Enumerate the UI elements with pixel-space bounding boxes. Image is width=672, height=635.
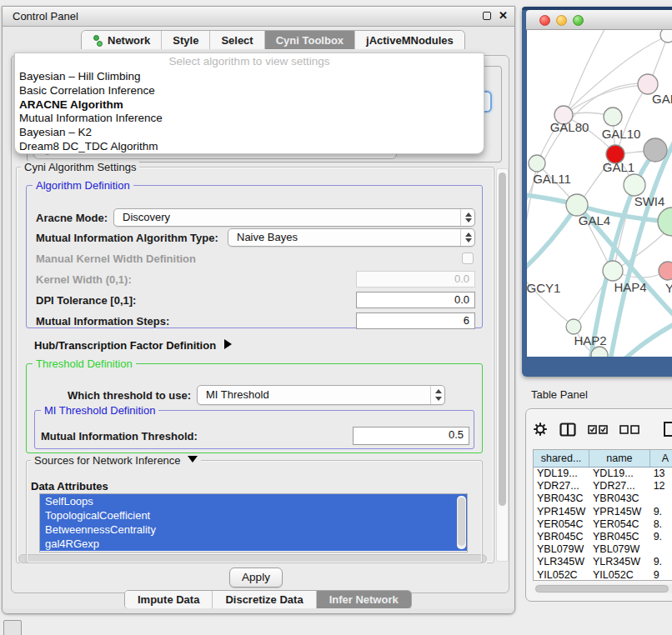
- dropdown-item-mutual-information-inference[interactable]: Mutual Information Inference: [15, 112, 484, 126]
- bottom-tab-infer-network[interactable]: Infer Network: [317, 591, 411, 608]
- node-hap4[interactable]: [603, 261, 623, 281]
- stepper-arrows-icon: [460, 229, 474, 246]
- attribute-item-topologicalcoefficient[interactable]: TopologicalCoefficient: [40, 508, 467, 522]
- window-bottom-edge: [3, 608, 514, 613]
- table-row[interactable]: YIL052CYIL052C9: [534, 569, 672, 582]
- network-edge-thick[interactable]: [624, 318, 672, 357]
- aracne-mode-label: Aracne Mode:: [36, 212, 108, 224]
- table-row[interactable]: YDL19...YDL19...13: [534, 468, 672, 480]
- table-cell: YDL19...: [589, 468, 650, 480]
- scrollbar-thumb[interactable]: [535, 585, 669, 592]
- table-row[interactable]: YBR043CYBR043C: [534, 492, 672, 505]
- node-swi4[interactable]: [624, 174, 645, 196]
- bottom-tab-discretize-data[interactable]: Discretize Data: [213, 591, 316, 608]
- table-toolbar: [533, 418, 672, 441]
- table-cell: [650, 543, 672, 556]
- list-scrollbar[interactable]: [457, 496, 466, 549]
- table-header-cell-name[interactable]: name: [589, 450, 650, 467]
- attribute-item-selfloops[interactable]: SelfLoops: [40, 494, 467, 508]
- dropdown-item-bayesian-hill-climbing[interactable]: Bayesian – Hill Climbing: [15, 70, 484, 84]
- table-cell: YDR27...: [589, 480, 650, 492]
- tab-label: Network: [108, 34, 150, 47]
- tab-select[interactable]: Select: [210, 31, 264, 49]
- table-cell: YIL052C: [534, 569, 589, 582]
- table-cell: 13: [650, 468, 672, 480]
- table-cell: YBR045C: [534, 531, 589, 543]
- table-cell: 9: [650, 569, 672, 582]
- table-row[interactable]: YPR145WYPR145W9.: [534, 506, 672, 518]
- table-cell: YDR27...: [534, 480, 589, 492]
- float-window-icon[interactable]: [483, 12, 491, 20]
- hub-definition-expander[interactable]: Hub/Transcription Factor Definition: [34, 339, 232, 352]
- mi-type-combobox[interactable]: Naive Bayes: [228, 228, 475, 247]
- mi-steps-label: Mutual Information Steps:: [36, 315, 169, 328]
- tab-bar: NetworkStyleSelectCyni ToolboxjActiveMNo…: [81, 30, 465, 49]
- table-header-cell-shared[interactable]: shared...: [534, 450, 589, 467]
- new-table-icon[interactable]: [663, 421, 672, 438]
- aracne-mode-combobox[interactable]: Discovery: [113, 208, 475, 227]
- scrollbar-thumb[interactable]: [499, 172, 506, 506]
- close-icon[interactable]: ✕: [499, 9, 508, 22]
- bottom-tab-impute-data[interactable]: Impute Data: [125, 591, 213, 608]
- select-all-icon[interactable]: [588, 425, 608, 434]
- node-gray[interactable]: [644, 138, 667, 162]
- node-big-green[interactable]: [658, 208, 672, 236]
- which-threshold-combobox[interactable]: MI Threshold: [197, 385, 445, 405]
- node-gal10[interactable]: [604, 108, 622, 126]
- columns-icon[interactable]: [559, 422, 576, 437]
- tab-jactivemnodules[interactable]: jActiveMNodules: [355, 31, 464, 49]
- scrollbar-thumb[interactable]: [458, 498, 465, 546]
- tab-style[interactable]: Style: [162, 31, 210, 49]
- control-panel-window: Control Panel ✕ NetworkStyleSelectCyni T…: [2, 6, 515, 614]
- tab-network[interactable]: Network: [82, 31, 162, 49]
- table-row[interactable]: YBR045CYBR045C9.: [534, 531, 672, 543]
- network-edge-thick[interactable]: [527, 208, 575, 278]
- deselect-all-icon[interactable]: [619, 425, 639, 434]
- minimize-traffic-light-icon[interactable]: [556, 15, 567, 26]
- table-horizontal-scrollbar[interactable]: [534, 584, 672, 593]
- network-edge[interactable]: [567, 30, 607, 112]
- close-traffic-light-icon[interactable]: [539, 15, 550, 26]
- network-canvas[interactable]: GALGAL80GAL10GAL1GAL11SWI4GAL4GCY1HAP4YH…: [527, 30, 672, 357]
- control-panel-titlebar: Control Panel ✕: [3, 7, 514, 27]
- dropdown-items: Bayesian – Hill ClimbingBasic Correlatio…: [15, 70, 484, 154]
- minimized-panel-button[interactable]: [3, 620, 22, 635]
- dropdown-item-bayesian-k2[interactable]: Bayesian – K2: [15, 126, 484, 140]
- screenshot-root: Control Panel ✕ NetworkStyleSelectCyni T…: [0, 0, 672, 635]
- settings-gear-icon[interactable]: [533, 422, 548, 437]
- dropdown-item-basic-correlation-inference[interactable]: Basic Correlation Inference: [15, 84, 484, 98]
- dropdown-prompt: Select algorithm to view settings: [15, 53, 484, 70]
- tab-label: jActiveMNodules: [366, 34, 454, 47]
- dropdown-item-dream8-dc-tdc-algorithm[interactable]: Dream8 DC_TDC Algorithm: [15, 140, 484, 154]
- table-row[interactable]: YDR27...YDR27...12: [534, 480, 672, 492]
- kernel-width-field[interactable]: 0.0: [356, 271, 475, 288]
- mi-threshold-field[interactable]: 0.5: [353, 427, 469, 445]
- zoom-traffic-light-icon[interactable]: [573, 15, 584, 26]
- node-label-gal10: GAL10: [602, 127, 641, 141]
- node-hap2[interactable]: [566, 319, 581, 334]
- tab-cyni-toolbox[interactable]: Cyni Toolbox: [265, 31, 355, 49]
- node-salmon[interactable]: [659, 262, 672, 280]
- node-gal11[interactable]: [529, 155, 545, 172]
- dropdown-item-aracne-algorithm[interactable]: ARACNE Algorithm: [15, 98, 484, 112]
- stepper-arrows-icon: [460, 209, 474, 226]
- mi-threshold-label: Mutual Information Threshold:: [41, 430, 198, 442]
- tab-label: Style: [173, 34, 198, 47]
- sources-title-label: Sources for Network Inference: [34, 454, 181, 467]
- settings-vertical-scrollbar[interactable]: [496, 168, 509, 562]
- table-row[interactable]: YBL079WYBL079W: [534, 543, 672, 556]
- data-attributes-list: SelfLoopsTopologicalCoefficientBetweenne…: [39, 493, 468, 552]
- table-row[interactable]: YLR345WYLR345W9.: [534, 556, 672, 568]
- table-row[interactable]: YER054CYER054C8.: [534, 518, 672, 531]
- attribute-item-betweennesscentrality[interactable]: BetweennessCentrality: [40, 522, 467, 537]
- apply-button[interactable]: Apply: [229, 568, 283, 588]
- attribute-item-gal4rgexp[interactable]: gal4RGexp: [40, 537, 467, 551]
- mi-steps-field[interactable]: 6: [356, 312, 475, 329]
- node[interactable]: [660, 30, 672, 42]
- dpi-tolerance-field[interactable]: 0.0: [356, 292, 475, 308]
- node-table: shared...nameA YDL19...YDL19...13YDR27..…: [533, 449, 672, 581]
- sources-title[interactable]: Sources for Network Inference: [31, 454, 201, 467]
- node-label-gal1: GAL1: [603, 160, 634, 174]
- manual-kernel-checkbox[interactable]: [462, 252, 474, 264]
- table-header-cell-a[interactable]: A: [650, 450, 672, 467]
